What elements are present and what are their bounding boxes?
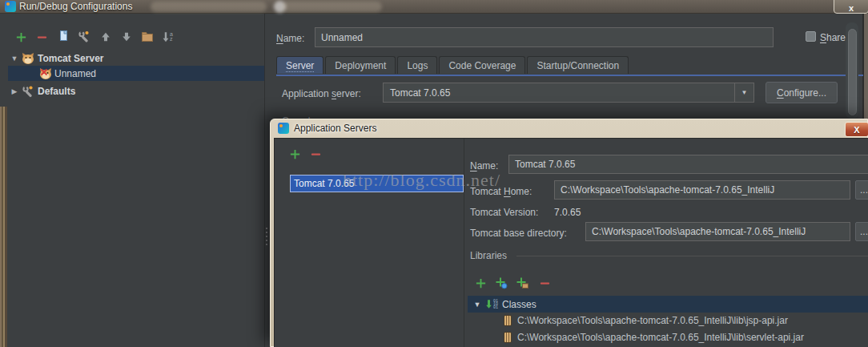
chevron-right-icon[interactable]: ▶ <box>10 87 19 95</box>
libraries-add-folder-button[interactable] <box>516 276 528 289</box>
application-server-combo[interactable]: Tomcat 7.0.65 ▼ <box>383 83 754 103</box>
tab-server[interactable]: Server <box>276 56 323 74</box>
tree-item-tomcat-server[interactable]: ▼ Tomcat Server <box>10 50 103 66</box>
plus-icon <box>15 31 27 43</box>
edit-defaults-button[interactable] <box>78 30 90 42</box>
intellij-logo-icon <box>278 123 289 134</box>
share-checkbox[interactable] <box>806 31 816 42</box>
name-input[interactable]: Unnamed <box>315 27 774 47</box>
tomcat-base-directory-input[interactable]: C:\Workspace\Tools\apache-tomcat-7.0.65_… <box>585 222 850 241</box>
minus-icon <box>539 277 551 289</box>
desktop-edge-left <box>0 107 7 347</box>
share-label: Share <box>820 32 846 43</box>
main-close-button[interactable]: x <box>834 0 868 14</box>
move-up-button[interactable] <box>99 30 112 43</box>
plus-icon <box>289 148 301 160</box>
move-down-button[interactable] <box>120 30 133 43</box>
sort-arrow-icon <box>162 31 170 42</box>
new-folder-button[interactable] <box>141 30 154 43</box>
tomcat-invalid-icon <box>39 67 52 80</box>
remove-configuration-button[interactable] <box>35 30 48 43</box>
main-window-title: Run/Debug Configurations <box>19 1 132 12</box>
dialog-close-button[interactable]: X <box>845 122 868 137</box>
tree-item-unnamed[interactable]: Unnamed <box>39 66 96 81</box>
libraries-group-label: Libraries <box>470 250 507 261</box>
classes-icon: 01 10 01 <box>485 299 498 309</box>
chevron-down-icon[interactable]: ▼ <box>472 301 482 309</box>
base-directory-browse-button[interactable]: ... <box>855 222 868 241</box>
tree-item-label: Defaults <box>38 86 75 97</box>
tree-item-label: Unnamed <box>54 68 96 79</box>
scrollbar-thumb[interactable] <box>848 29 857 115</box>
libraries-add-button[interactable] <box>474 276 487 289</box>
minus-icon <box>36 31 48 43</box>
plus-icon <box>475 277 487 289</box>
configure-button[interactable]: Configure... <box>766 82 838 103</box>
sort-configurations-button[interactable]: az <box>161 30 174 43</box>
dialog-titlebar[interactable]: Application Servers X <box>271 119 867 138</box>
main-window-titlebar[interactable]: Run/Debug Configurations x <box>0 0 868 14</box>
add-configuration-button[interactable] <box>14 30 27 43</box>
chevron-down-icon[interactable]: ▼ <box>10 54 19 63</box>
tab-underline <box>276 75 863 76</box>
copy-configuration-button[interactable] <box>57 30 70 42</box>
application-servers-dialog: Application Servers X Tomcat 7.0.65 Name… <box>270 119 868 347</box>
plus-globe-icon <box>495 276 508 289</box>
libraries-add-url-button[interactable] <box>495 276 508 289</box>
binary-digits: 01 10 01 <box>493 300 498 309</box>
tab-deployment[interactable]: Deployment <box>325 56 396 74</box>
tomcat-version-value: 7.0.65 <box>554 207 581 218</box>
tomcat-icon <box>22 52 34 65</box>
libraries-remove-button[interactable] <box>538 276 551 289</box>
plus-folder-icon <box>516 276 528 289</box>
add-server-button[interactable] <box>288 147 301 160</box>
arrow-down-icon <box>121 31 132 42</box>
wrench-icon <box>22 85 34 98</box>
tree-item-label: Tomcat Server <box>38 53 103 64</box>
tab-logs[interactable]: Logs <box>397 56 437 74</box>
splitter-grip[interactable] <box>265 228 268 250</box>
application-server-label: Application server: <box>282 88 361 99</box>
minus-icon <box>310 148 322 160</box>
watermark: http://blog.csdn.net/ <box>343 170 500 191</box>
remove-server-button[interactable] <box>309 147 322 160</box>
tomcat-version-label: Tomcat Version: <box>470 207 538 218</box>
intellij-logo-icon <box>5 1 16 12</box>
copy-icon <box>57 30 70 42</box>
jar-file-icon <box>504 315 512 326</box>
wrench-icon <box>78 30 90 43</box>
config-tabs: Server Deployment Logs Code Coverage Sta… <box>276 56 629 74</box>
jar-list-item[interactable]: C:\Workspace\Tools\apache-tomcat-7.0.65_… <box>504 315 788 326</box>
blurred-title-blob <box>151 2 267 12</box>
folder-icon <box>141 30 154 43</box>
jar-list-item[interactable]: C:\Workspace\Tools\apache-tomcat-7.0.65_… <box>504 332 804 343</box>
tree-item-defaults[interactable]: ▶ Defaults <box>10 83 75 99</box>
tab-code-coverage[interactable]: Code Coverage <box>439 56 525 74</box>
tab-startup-connection[interactable]: Startup/Connection <box>527 56 629 74</box>
combo-dropdown-icon[interactable]: ▼ <box>734 83 753 102</box>
libraries-group-line <box>516 256 868 256</box>
tomcat-home-input[interactable]: C:\Workspace\Tools\apache-tomcat-7.0.65_… <box>554 180 850 200</box>
arrow-up-icon <box>100 31 111 42</box>
jar-file-icon <box>504 332 512 343</box>
blurred-title-blob <box>282 2 382 12</box>
tomcat-home-browse-button[interactable]: ... <box>855 180 868 200</box>
libraries-classes-row[interactable]: ▼ 01 10 01 Classes <box>468 296 868 313</box>
tree-panel-divider <box>264 14 265 347</box>
screenshot-root: Run/Debug Configurations x <box>0 0 868 347</box>
green-arrow-down-icon <box>485 299 492 309</box>
dialog-title: Application Servers <box>294 123 376 134</box>
name-label: Name: <box>276 33 304 44</box>
dialog-name-input[interactable]: Tomcat 7.0.65 <box>508 155 868 174</box>
classes-label: Classes <box>502 299 536 310</box>
sort-az-letters: az <box>170 32 173 42</box>
tomcat-base-directory-label: Tomcat base directory: <box>470 228 567 239</box>
